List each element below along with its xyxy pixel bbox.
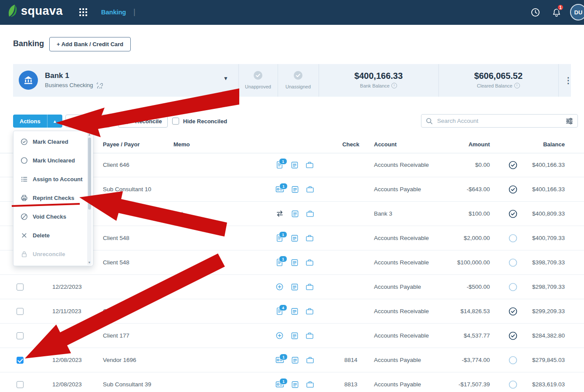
info-icon[interactable]: i xyxy=(391,83,397,88)
cell-balance: $283,619.03 xyxy=(521,372,565,392)
hide-reconciled-checkbox[interactable] xyxy=(172,118,179,125)
header-payee[interactable]: Payee / Payor xyxy=(103,136,140,153)
briefcase-icon[interactable] xyxy=(306,356,314,364)
menu-scrollbar[interactable]: ▲ ▼ xyxy=(87,132,92,265)
cleared-status-icon[interactable] xyxy=(508,324,519,348)
row-checkbox[interactable] xyxy=(17,381,24,388)
memo-icon[interactable] xyxy=(291,356,299,364)
cell-payee: Client 548 xyxy=(103,226,170,250)
bank-select-caret-icon[interactable]: ▼ xyxy=(223,75,228,81)
add-bank-button[interactable]: + Add Bank / Credit Card xyxy=(49,37,131,51)
attachment-count-badge: 4 xyxy=(279,304,287,311)
table-row[interactable]: 12/08/2023 Vendor 1696 1 8814 Accounts P… xyxy=(0,348,584,372)
menu-item-reprint-checks[interactable]: Reprint Checks xyxy=(14,189,93,207)
toolbar-secondary-button[interactable]: ▼ xyxy=(65,115,110,128)
payment-check-icon[interactable]: 1 xyxy=(275,381,284,388)
cleared-status-icon[interactable] xyxy=(508,177,519,201)
cell-memo xyxy=(173,226,256,250)
row-checkbox[interactable] xyxy=(17,284,24,291)
squava-logo[interactable]: squava xyxy=(7,3,63,18)
memo-icon[interactable] xyxy=(291,332,299,340)
cell-check-number: 8813 xyxy=(336,372,366,392)
header-check[interactable]: Check xyxy=(336,136,366,153)
row-checkbox[interactable] xyxy=(17,308,24,315)
memo-icon[interactable] xyxy=(291,161,299,169)
uncleared-status-icon[interactable] xyxy=(508,348,519,372)
nav-banking-link[interactable]: Banking xyxy=(101,9,126,16)
filter-sliders-icon[interactable] xyxy=(566,118,573,125)
history-clock-icon[interactable] xyxy=(530,7,540,17)
header-amount[interactable]: Amount xyxy=(416,136,490,153)
uncleared-status-icon[interactable] xyxy=(508,226,519,250)
actions-split-button[interactable]: Actions ▲ xyxy=(13,115,62,128)
memo-icon[interactable] xyxy=(291,308,299,315)
uncleared-status-icon[interactable] xyxy=(508,275,519,299)
memo-icon[interactable] xyxy=(291,210,299,218)
unapproved-filter[interactable]: Unapproved xyxy=(238,64,278,97)
briefcase-icon[interactable] xyxy=(306,332,314,339)
unassigned-filter[interactable]: Unassigned xyxy=(278,64,319,97)
briefcase-icon[interactable] xyxy=(306,210,314,217)
cell-amount: $100.00 xyxy=(416,202,490,226)
attachment-count-badge: 1 xyxy=(279,354,288,360)
briefcase-icon[interactable] xyxy=(306,234,314,242)
memo-icon[interactable] xyxy=(291,381,299,389)
cleared-status-icon[interactable] xyxy=(508,202,519,226)
table-row[interactable]: 12/11/2023 Client 177 Accounts Receivabl… xyxy=(0,324,584,348)
row-checkbox[interactable] xyxy=(17,357,24,364)
table-row[interactable]: 12/22/2023 Accounts Payable -$500.00 $29… xyxy=(0,275,584,299)
cell-check-number xyxy=(336,202,366,226)
actions-caret-icon[interactable]: ▲ xyxy=(47,115,62,128)
add-attachment-icon[interactable] xyxy=(275,283,284,291)
memo-icon[interactable] xyxy=(291,186,299,193)
memo-icon[interactable] xyxy=(291,259,299,267)
menu-item-assign-to-account[interactable]: Assign to Account xyxy=(14,170,93,189)
attachment-count-badge: 1 xyxy=(279,158,287,165)
add-attachment-icon[interactable] xyxy=(275,331,284,340)
scroll-up-icon[interactable]: ▲ xyxy=(87,133,92,136)
briefcase-icon[interactable] xyxy=(306,381,314,388)
cell-payee: Client 548 xyxy=(103,250,170,274)
info-icon[interactable]: i xyxy=(514,83,520,88)
header-account[interactable]: Account xyxy=(374,136,397,153)
header-balance[interactable]: Balance xyxy=(521,136,565,153)
briefcase-icon[interactable] xyxy=(306,283,314,291)
header-memo[interactable]: Memo xyxy=(173,136,190,153)
menu-item-mark-uncleared[interactable]: Mark Uncleared xyxy=(14,151,93,170)
invoice-icon[interactable]: 4 xyxy=(275,307,284,315)
table-row[interactable]: 12/11/2023 Client 606 4 Accounts Receiva… xyxy=(0,299,584,324)
card-kebab-menu-icon[interactable]: ⋮ xyxy=(563,64,574,97)
reconcile-button[interactable]: Reconcile xyxy=(118,115,168,128)
row-checkbox[interactable] xyxy=(17,332,24,339)
memo-icon[interactable] xyxy=(291,283,299,291)
scrollbar-thumb[interactable] xyxy=(88,138,91,210)
briefcase-icon[interactable] xyxy=(306,186,314,193)
scroll-down-icon[interactable]: ▼ xyxy=(87,261,92,264)
invoice-icon[interactable]: 1 xyxy=(275,234,284,242)
cell-balance: $284,382.80 xyxy=(521,324,565,348)
cell-balance: $299,209.33 xyxy=(521,299,565,323)
menu-item-void-checks[interactable]: Void Checks xyxy=(14,207,93,226)
cell-payee xyxy=(103,275,170,299)
user-avatar[interactable]: DU xyxy=(570,4,584,20)
payment-check-icon[interactable]: 1 xyxy=(275,186,284,193)
uncleared-status-icon[interactable] xyxy=(508,372,519,392)
uncleared-status-icon[interactable] xyxy=(508,250,519,274)
menu-item-delete[interactable]: Delete xyxy=(14,226,93,245)
search-account-input[interactable] xyxy=(436,117,562,125)
memo-icon[interactable] xyxy=(291,234,299,242)
briefcase-icon[interactable] xyxy=(306,308,314,315)
payment-check-icon[interactable]: 1 xyxy=(275,356,284,364)
transfer-icon[interactable] xyxy=(275,210,284,217)
table-row[interactable]: 12/08/2023 Sub Consultant 39 1 8813 Acco… xyxy=(0,372,584,392)
cell-check-number xyxy=(336,177,366,201)
apps-grid-icon[interactable] xyxy=(79,8,87,16)
briefcase-icon[interactable] xyxy=(306,259,314,266)
invoice-icon[interactable]: 1 xyxy=(275,258,284,267)
invoice-icon[interactable]: 1 xyxy=(275,161,284,169)
briefcase-icon[interactable] xyxy=(306,161,314,169)
cleared-status-icon[interactable] xyxy=(508,153,519,177)
cleared-status-icon[interactable] xyxy=(508,299,519,323)
actions-button[interactable]: Actions xyxy=(13,115,47,128)
menu-item-mark-cleared[interactable]: Mark Cleared xyxy=(14,132,93,151)
